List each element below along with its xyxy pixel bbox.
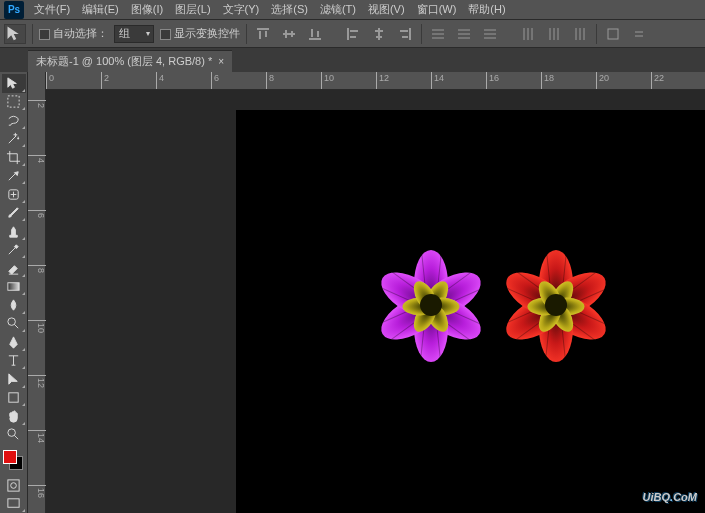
menu-select[interactable]: 选择(S) [265, 0, 314, 19]
workspace: 024681012141618202224 246810121416 [0, 72, 705, 513]
document-tab-bar: 未标题-1 @ 100% (图层 4, RGB/8) * × [0, 48, 705, 72]
ruler-tick: 6 [28, 210, 46, 218]
hand-tool[interactable] [2, 407, 26, 426]
vertical-ruler: 246810121416 [28, 90, 46, 513]
divider [32, 24, 33, 44]
history-brush-tool[interactable] [2, 241, 26, 260]
svg-rect-3 [8, 283, 19, 291]
blur-tool[interactable] [2, 296, 26, 315]
align-vcenter-icon[interactable] [279, 25, 299, 43]
ruler-tick: 6 [211, 72, 219, 89]
crop-tool[interactable] [2, 148, 26, 167]
svg-rect-7 [8, 480, 19, 491]
align-top-icon[interactable] [253, 25, 273, 43]
canvas-viewport[interactable] [46, 90, 705, 513]
distribute-vcenter-icon[interactable] [454, 25, 474, 43]
close-tab-icon[interactable]: × [218, 56, 224, 67]
ruler-tick: 8 [28, 265, 46, 273]
svg-rect-1 [8, 96, 19, 107]
align-hcenter-icon[interactable] [369, 25, 389, 43]
align-right-icon[interactable] [395, 25, 415, 43]
zoom-tool[interactable] [2, 426, 26, 445]
ruler-tick: 4 [156, 72, 164, 89]
eyedropper-tool[interactable] [2, 167, 26, 186]
ruler-tick: 4 [28, 155, 46, 163]
menu-bar: Ps 文件(F) 编辑(E) 图像(I) 图层(L) 文字(Y) 选择(S) 滤… [0, 0, 705, 20]
auto-select-checkbox[interactable]: 自动选择： [39, 26, 108, 41]
healing-brush-tool[interactable] [2, 185, 26, 204]
ruler-tick: 16 [486, 72, 499, 89]
ruler-tick: 12 [28, 375, 46, 388]
ruler-origin[interactable] [28, 72, 46, 90]
dodge-tool[interactable] [2, 315, 26, 334]
pen-tool[interactable] [2, 333, 26, 352]
menu-window[interactable]: 窗口(W) [411, 0, 463, 19]
ruler-tick: 10 [28, 320, 46, 333]
eraser-tool[interactable] [2, 259, 26, 278]
foreground-color[interactable] [3, 450, 17, 464]
ruler-tick: 12 [376, 72, 389, 89]
menu-layer[interactable]: 图层(L) [169, 0, 216, 19]
distribute-hcenter-icon[interactable] [544, 25, 564, 43]
show-transform-label: 显示变换控件 [174, 27, 240, 39]
distribute-right-icon[interactable] [570, 25, 590, 43]
current-tool-icon[interactable] [4, 24, 26, 44]
document-tab[interactable]: 未标题-1 @ 100% (图层 4, RGB/8) * × [28, 50, 232, 72]
watermark: UiBQ.CoM [643, 481, 697, 507]
distribute-left-icon[interactable] [518, 25, 538, 43]
ruler-tick: 2 [101, 72, 109, 89]
brush-tool[interactable] [2, 204, 26, 223]
svg-rect-5 [9, 393, 18, 402]
shape-tool[interactable] [2, 389, 26, 408]
document-canvas[interactable] [236, 110, 705, 513]
menu-view[interactable]: 视图(V) [362, 0, 411, 19]
divider [421, 24, 422, 44]
3d-mode-icon[interactable] [603, 25, 623, 43]
ruler-tick: 0 [46, 72, 54, 89]
auto-select-value: 组 [119, 26, 130, 41]
path-selection-tool[interactable] [2, 370, 26, 389]
gradient-tool[interactable] [2, 278, 26, 297]
menu-help[interactable]: 帮助(H) [462, 0, 511, 19]
menu-edit[interactable]: 编辑(E) [76, 0, 125, 19]
ruler-tick: 14 [431, 72, 444, 89]
menu-image[interactable]: 图像(I) [125, 0, 169, 19]
show-transform-checkbox[interactable]: 显示变换控件 [160, 26, 240, 41]
menu-file[interactable]: 文件(F) [28, 0, 76, 19]
more-options-icon[interactable] [629, 25, 649, 43]
align-bottom-icon[interactable] [305, 25, 325, 43]
ruler-tick: 16 [28, 485, 46, 498]
type-tool[interactable] [2, 352, 26, 371]
quick-mask-toggle[interactable] [2, 476, 26, 495]
screen-mode-toggle[interactable] [2, 495, 26, 513]
artwork-flower-purple [376, 250, 486, 360]
marquee-tool[interactable] [2, 93, 26, 112]
color-swatches[interactable] [0, 448, 27, 476]
distribute-bottom-icon[interactable] [480, 25, 500, 43]
ruler-tick: 14 [28, 430, 46, 443]
align-left-icon[interactable] [343, 25, 363, 43]
divider [246, 24, 247, 44]
svg-point-4 [8, 318, 16, 326]
ruler-tick: 18 [541, 72, 554, 89]
ruler-tick: 2 [28, 100, 46, 108]
document-tab-title: 未标题-1 @ 100% (图层 4, RGB/8) * [36, 54, 212, 69]
horizontal-ruler: 024681012141618202224 [28, 72, 705, 90]
svg-point-6 [8, 429, 16, 437]
magic-wand-tool[interactable] [2, 130, 26, 149]
edit-area: 024681012141618202224 246810121416 [28, 72, 705, 513]
auto-select-mode-select[interactable]: 组 [114, 25, 154, 43]
app-logo: Ps [4, 1, 24, 19]
move-tool[interactable] [2, 74, 26, 93]
ruler-tick: 20 [596, 72, 609, 89]
menu-filter[interactable]: 滤镜(T) [314, 0, 362, 19]
distribute-top-icon[interactable] [428, 25, 448, 43]
clone-stamp-tool[interactable] [2, 222, 26, 241]
ruler-tick: 10 [321, 72, 334, 89]
menu-type[interactable]: 文字(Y) [217, 0, 266, 19]
svg-point-8 [11, 482, 17, 488]
svg-rect-9 [8, 499, 19, 507]
lasso-tool[interactable] [2, 111, 26, 130]
artwork-flower-red [501, 250, 611, 360]
divider [596, 24, 597, 44]
